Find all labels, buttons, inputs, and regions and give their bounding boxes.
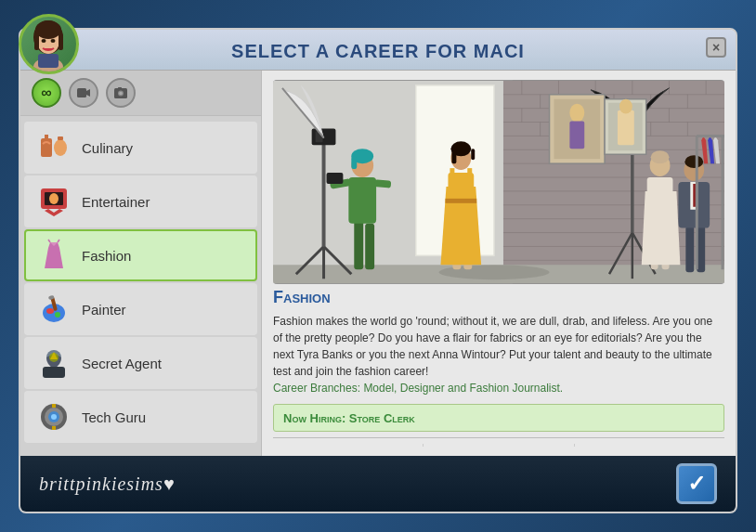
svg-rect-129: [569, 122, 584, 149]
career-item-fashion[interactable]: Fashion: [24, 229, 257, 281]
svg-point-128: [569, 104, 584, 123]
day-m: M: [630, 446, 639, 447]
fashion-label: Fashion: [82, 248, 131, 264]
job-stats: §16/Hour 9:00 AM - 5:00 PM S M T W T F S: [273, 437, 724, 447]
svg-rect-3: [34, 33, 39, 50]
svg-rect-93: [374, 179, 391, 188]
footer-brand: brittpinkiesims♥: [39, 474, 176, 495]
checkmark-icon: ✓: [687, 471, 706, 497]
svg-line-23: [58, 240, 59, 242]
close-icon: ×: [712, 40, 720, 55]
day-s1: S: [622, 446, 630, 447]
career-item-tech-guru[interactable]: Tech Guru: [24, 391, 257, 443]
svg-point-36: [51, 414, 57, 420]
filter-photo-button[interactable]: [106, 78, 136, 108]
painter-icon: [35, 291, 72, 328]
career-description: Fashion makes the world go 'round; witho…: [273, 313, 724, 396]
dialog-header: Select a Career for Maci ×: [20, 30, 736, 71]
svg-point-13: [119, 92, 123, 96]
svg-rect-111: [685, 227, 694, 273]
svg-point-17: [54, 139, 67, 156]
svg-rect-38: [52, 426, 56, 430]
infinity-icon: ∞: [41, 84, 51, 101]
svg-point-21: [49, 193, 59, 204]
svg-rect-100: [467, 168, 472, 177]
job-days: S M T W T F S: [575, 444, 724, 447]
svg-rect-99: [450, 168, 454, 177]
dialog-title: Select a Career for Maci: [231, 41, 525, 61]
filter-all-button[interactable]: ∞: [32, 78, 61, 108]
career-list: Culinary Entertainer: [20, 116, 261, 456]
career-image: [273, 80, 724, 284]
filter-bar: ∞: [20, 71, 261, 116]
close-button[interactable]: ×: [706, 37, 726, 58]
dialog-footer: brittpinkiesims♥ ✓: [20, 456, 736, 512]
entertainer-icon: [35, 183, 72, 220]
day-f: F: [663, 446, 670, 447]
secret-agent-label: Secret Agent: [82, 356, 162, 371]
svg-rect-87: [365, 224, 374, 270]
painter-label: Painter: [82, 302, 126, 318]
tech-guru-label: Tech Guru: [82, 409, 146, 425]
svg-point-122: [651, 150, 670, 163]
secret-agent-icon: [35, 344, 72, 382]
career-item-secret-agent[interactable]: Secret Agent: [24, 337, 257, 389]
svg-rect-14: [118, 87, 122, 89]
svg-rect-18: [58, 136, 63, 140]
svg-marker-10: [86, 89, 90, 97]
svg-point-2: [35, 20, 61, 39]
confirm-button[interactable]: ✓: [676, 463, 717, 504]
svg-rect-37: [52, 404, 56, 408]
sidebar: ∞: [20, 71, 262, 456]
hiring-title: Now Hiring: Store Clerk: [283, 411, 415, 425]
svg-point-117: [684, 155, 703, 168]
fashion-icon: [35, 237, 72, 274]
entertainer-label: Entertainer: [82, 194, 150, 210]
dialog-body: ∞: [20, 71, 736, 456]
svg-rect-16: [45, 135, 48, 140]
svg-rect-120: [647, 177, 673, 196]
day-t2: T: [656, 446, 662, 447]
culinary-label: Culinary: [82, 140, 133, 156]
svg-rect-86: [354, 219, 363, 270]
career-item-painter[interactable]: Painter: [24, 283, 257, 335]
svg-rect-88: [348, 177, 376, 224]
svg-rect-104: [471, 149, 475, 160]
culinary-icon: [35, 129, 72, 166]
camera-photo-icon: [113, 85, 128, 100]
tech-guru-icon: [35, 398, 72, 435]
svg-rect-9: [77, 88, 86, 97]
svg-point-5: [42, 39, 46, 43]
career-branches: Career Branches: Model, Designer and Fas…: [273, 382, 563, 395]
avatar-container: [19, 14, 79, 74]
filter-video-button[interactable]: [69, 78, 98, 108]
career-details: Fashion Fashion makes the world go 'roun…: [273, 284, 724, 447]
svg-rect-32: [43, 367, 65, 378]
job-hours: 9:00 AM - 5:00 PM: [424, 444, 574, 447]
day-s2: S: [670, 446, 677, 447]
svg-rect-132: [618, 110, 634, 146]
career-item-entertainer[interactable]: Entertainer: [24, 175, 257, 227]
svg-point-26: [55, 312, 60, 318]
job-salary: §16/Hour: [273, 444, 424, 447]
svg-rect-94: [327, 173, 344, 184]
svg-rect-103: [451, 149, 456, 163]
day-w: W: [645, 446, 656, 447]
svg-rect-4: [59, 33, 63, 50]
svg-line-22: [48, 240, 50, 242]
day-t1: T: [639, 446, 645, 447]
svg-rect-8: [38, 54, 59, 68]
svg-point-25: [46, 308, 54, 314]
hiring-bar: Now Hiring: Store Clerk: [273, 404, 724, 432]
svg-point-6: [51, 39, 56, 43]
avatar-image: [21, 17, 76, 71]
career-detail-panel: Fashion Fashion makes the world go 'roun…: [262, 71, 736, 456]
camera-video-icon: [76, 85, 91, 100]
svg-rect-97: [445, 199, 476, 203]
svg-point-133: [619, 99, 632, 114]
svg-rect-91: [351, 156, 357, 169]
career-dialog: Select a Career for Maci × ∞: [19, 28, 737, 513]
career-scene-svg: [273, 80, 724, 284]
avatar: [19, 14, 79, 74]
career-item-culinary[interactable]: Culinary: [24, 122, 257, 174]
